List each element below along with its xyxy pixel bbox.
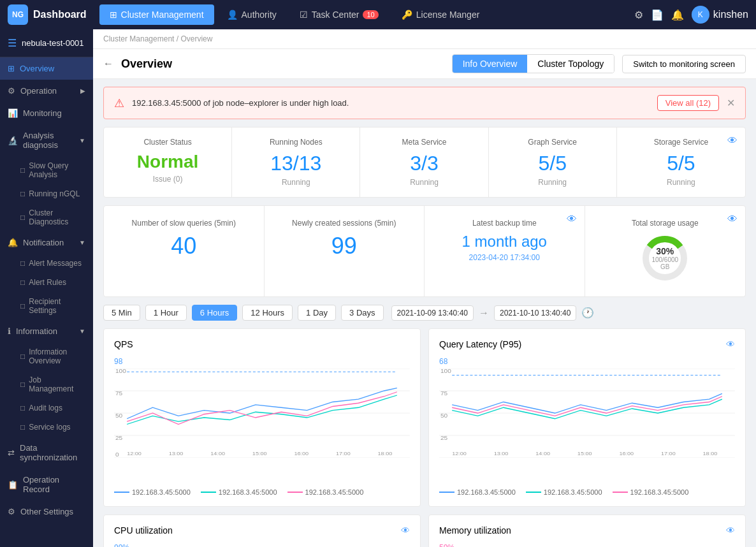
storage-usage-eye-icon[interactable]: 👁 xyxy=(727,214,738,225)
stat-storage-usage: 👁 Total storage usage 30% 100/6000 GB xyxy=(585,206,746,296)
tab-cluster-topology[interactable]: Cluster Topology xyxy=(527,55,614,73)
latency-eye-icon[interactable]: 👁 xyxy=(726,339,735,349)
sidebar-item-alert-rules[interactable]: □ Alert Rules xyxy=(0,273,93,292)
slow-queries-label: Number of slow queries (5min) xyxy=(114,219,254,228)
alert-close-icon[interactable]: ✕ xyxy=(727,97,735,109)
alert-banner: ⚠ 192.168.3.45:5000 of job node–explorer… xyxy=(103,87,746,119)
svg-text:13:00: 13:00 xyxy=(169,450,184,456)
recipient-settings-icon: □ xyxy=(20,302,25,310)
time-start-input[interactable]: 2021-10-09 13:40:40 xyxy=(391,305,474,321)
cluster-icon: ☰ xyxy=(8,37,17,49)
chart-query-latency: Query Latency (P95) 👁 68 100 75 50 25 xyxy=(428,328,746,507)
time-end-input[interactable]: 2021-10-10 13:40:40 xyxy=(494,305,576,321)
nav-license-manger[interactable]: 🔑 License Manger xyxy=(391,4,490,25)
breadcrumb: Cluster Management / Overview xyxy=(103,34,212,43)
sidebar-item-info-overview[interactable]: □ Information Overview xyxy=(0,342,93,370)
nav-cluster-management[interactable]: ⊞ Cluster Management xyxy=(99,4,214,25)
tab-info-overview[interactable]: Info Overview xyxy=(453,55,528,73)
service-logs-icon: □ xyxy=(20,423,25,432)
sidebar-item-alert-messages[interactable]: □ Alert Messages xyxy=(0,254,93,273)
sidebar-item-running-ngql[interactable]: □ Running nGQL xyxy=(0,184,93,203)
analysis-icon: 🔬 xyxy=(8,136,18,145)
cpu-eye-icon[interactable]: 👁 xyxy=(401,525,410,536)
time-3days-button[interactable]: 3 Days xyxy=(341,305,383,321)
sidebar-item-recipient-settings[interactable]: □ Recipient Settings xyxy=(0,292,93,320)
legend-label: 192.168.3.45:5000 xyxy=(305,488,364,496)
sidebar-item-data-sync[interactable]: ⇄ Data synchronization xyxy=(0,437,93,469)
alert-warning-icon: ⚠ xyxy=(114,96,124,110)
main-content: Cluster Management / Overview ← Overview… xyxy=(93,29,756,547)
sidebar-item-notification[interactable]: 🔔 Notification ▼ xyxy=(0,231,93,254)
sidebar-operation-record-label: Operation Record xyxy=(23,475,85,494)
latency-title: Query Latency (P95) 👁 xyxy=(439,339,735,349)
sidebar-cluster: ☰ nebula-test-0001 xyxy=(0,29,93,57)
storage-usage-label: Total storage usage xyxy=(595,219,736,228)
cluster-diagnostics-icon: □ xyxy=(20,213,25,222)
username-label: kinshen xyxy=(713,9,748,20)
content-header: Cluster Management / Overview xyxy=(93,29,756,49)
svg-text:16:00: 16:00 xyxy=(619,450,634,456)
time-12hours-button[interactable]: 12 Hours xyxy=(242,305,293,321)
chart-cpu: CPU utilization 👁 99% 100% 75% 50% 25% xyxy=(103,514,421,547)
sidebar-item-other-settings[interactable]: ⚙ Other Settings xyxy=(0,500,93,523)
stat-cluster-status: Cluster Status Normal Issue (0) xyxy=(104,128,232,197)
sidebar-item-overview[interactable]: ⊞ Overview xyxy=(0,57,93,80)
cpu-title: CPU utilization 👁 xyxy=(114,525,410,536)
running-nodes-sub: Running xyxy=(242,178,349,187)
svg-text:14:00: 14:00 xyxy=(535,450,550,456)
calendar-icon[interactable]: 🕐 xyxy=(581,307,594,319)
sidebar-item-information[interactable]: ℹ Information ▼ xyxy=(0,320,93,342)
data-sync-icon: ⇄ xyxy=(8,448,15,458)
time-5min-button[interactable]: 5 Min xyxy=(103,305,140,321)
svg-text:13:00: 13:00 xyxy=(494,450,509,456)
svg-text:18:00: 18:00 xyxy=(378,450,393,456)
sidebar-item-slow-query[interactable]: □ Slow Query Analysis xyxy=(0,156,93,184)
charts-grid: QPS 98 100 75 50 25 xyxy=(103,328,746,547)
sidebar: ☰ nebula-test-0001 ⊞ Overview ⚙ Operatio… xyxy=(0,29,93,547)
sidebar-item-audit-logs[interactable]: □ Audit logs xyxy=(0,398,93,418)
sidebar-item-cluster-diagnostics[interactable]: □ Cluster Diagnostics xyxy=(0,203,93,231)
backup-eye-icon[interactable]: 👁 xyxy=(567,214,577,225)
time-range: 2021-10-09 13:40:40 → 2021-10-10 13:40:4… xyxy=(391,305,595,321)
sidebar-other-settings-label: Other Settings xyxy=(20,507,73,516)
sidebar-item-service-logs[interactable]: □ Service logs xyxy=(0,418,93,437)
graph-service-value: 5/5 xyxy=(499,152,606,175)
memory-eye-icon[interactable]: 👁 xyxy=(726,525,735,536)
svg-text:16:00: 16:00 xyxy=(294,450,309,456)
sidebar-item-job-management[interactable]: □ Job Management xyxy=(0,370,93,398)
docs-icon[interactable]: 📄 xyxy=(651,9,664,21)
switch-monitoring-button[interactable]: Switch to monitoring screen xyxy=(622,55,746,73)
sidebar-operation-label: Operation xyxy=(20,86,57,96)
nav-authority[interactable]: 👤 Authority xyxy=(217,4,287,25)
notifications-icon[interactable]: 🔔 xyxy=(671,9,684,21)
nav-authority-label: Authority xyxy=(242,10,277,20)
running-nodes-value: 13/13 xyxy=(242,152,349,175)
nav-cluster-management-label: Cluster Management xyxy=(121,10,204,20)
overview-icon: ⊞ xyxy=(8,64,15,73)
back-button[interactable]: ← xyxy=(103,58,113,69)
sidebar-item-operation[interactable]: ⚙ Operation ▶ xyxy=(0,80,93,102)
sidebar-item-analysis[interactable]: 🔬 Analysis diagnosis ▼ xyxy=(0,124,93,156)
qps-chart-area: 100 75 50 25 0 12:00 xyxy=(114,368,410,483)
latency-peak: 68 xyxy=(439,357,735,366)
time-range-arrow-icon: → xyxy=(479,307,489,319)
svg-text:12:00: 12:00 xyxy=(452,450,467,456)
time-1hour-button[interactable]: 1 Hour xyxy=(145,305,187,321)
time-6hours-button[interactable]: 6 Hours xyxy=(192,305,238,321)
task-center-badge: 10 xyxy=(363,10,378,19)
svg-text:15:00: 15:00 xyxy=(252,450,267,456)
legend-item: 192.168.3.45:5000 xyxy=(526,488,602,496)
storage-service-eye-icon[interactable]: 👁 xyxy=(727,135,738,147)
task-center-icon: ☑ xyxy=(300,10,308,20)
cluster-name: nebula-test-0001 xyxy=(22,38,84,48)
top-navigation: NG Dashboard ⊞ Cluster Management 👤 Auth… xyxy=(0,0,756,29)
user-area[interactable]: K kinshen xyxy=(692,6,748,24)
nav-task-center[interactable]: ☑ Task Center 10 xyxy=(289,4,389,25)
sidebar-item-monitoring[interactable]: 📊 Monitoring xyxy=(0,102,93,124)
sidebar-item-operation-record[interactable]: 📋 Operation Record xyxy=(0,469,93,500)
settings-icon[interactable]: ⚙ xyxy=(634,9,643,21)
alert-view-all-button[interactable]: View all (12) xyxy=(657,95,719,111)
slow-queries-value: 40 xyxy=(114,233,254,259)
time-1day-button[interactable]: 1 Day xyxy=(298,305,336,321)
alert-rules-icon: □ xyxy=(20,278,25,287)
